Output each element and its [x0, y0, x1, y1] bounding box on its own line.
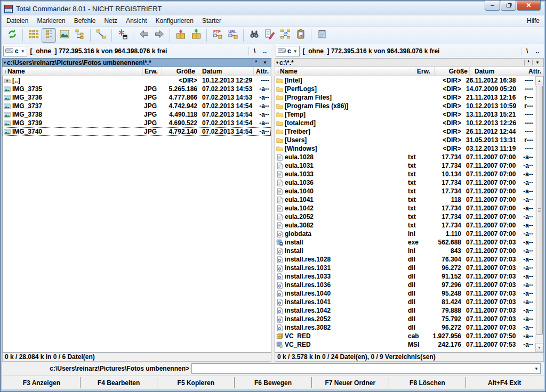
file-row[interactable]: install.res.1040dll95.24807.11.2007 07:0… — [275, 289, 535, 298]
history-button[interactable]: ▼ — [532, 60, 542, 65]
file-row[interactable]: eula.2052txt17.73407.11.2007 07:00-a-- — [275, 213, 535, 221]
toolbar-thumbnails-view-button[interactable] — [57, 28, 71, 43]
history-button[interactable]: ▼ — [260, 60, 270, 65]
root-dir-button[interactable]: \ — [250, 47, 259, 55]
parent-dir-button[interactable]: .. — [532, 47, 543, 55]
file-row[interactable]: eula.1031txt17.73407.11.2007 07:00-a-- — [275, 161, 535, 170]
scroll-up-button[interactable]: ▲ — [535, 76, 543, 85]
command-line-input[interactable] — [192, 364, 533, 373]
file-row[interactable]: installexe562.68807.11.2007 07:03-a-- — [275, 238, 535, 247]
favorites-button[interactable]: * — [252, 60, 260, 66]
column-header-size[interactable]: Größe — [162, 67, 197, 76]
file-row[interactable]: [PerfLogs]<DIR>14.07.2009 05:20---- — [275, 85, 535, 93]
column-header-date[interactable]: Datum — [197, 67, 254, 76]
file-row[interactable]: [Treiber]<DIR>26.11.2012 12:44---- — [275, 127, 535, 136]
titlebar[interactable]: Total Commander 8.01 - NICHT REGISTRIERT… — [2, 2, 544, 15]
file-row[interactable]: eula.1028txt17.73407.11.2007 07:00-a-- — [275, 153, 535, 161]
file-row[interactable]: VC_REDMSI242.17607.11.2007 07:53-a-- — [275, 340, 535, 349]
menu-item-konfigurieren[interactable]: Konfigurieren — [151, 16, 197, 26]
file-row[interactable]: globdataini1.11007.11.2007 07:00-a-- — [275, 230, 535, 238]
menu-item-dateien[interactable]: Dateien — [2, 16, 33, 26]
menu-item-markieren[interactable]: Markieren — [33, 16, 69, 26]
toolbar-tree-view-button[interactable] — [73, 28, 87, 43]
file-row[interactable]: installini84307.11.2007 07:00-a-- — [275, 247, 535, 255]
close-button[interactable]: ✕ — [517, 1, 541, 11]
scroll-down-button[interactable]: ▼ — [535, 343, 543, 352]
toolbar-url-button[interactable]: URL — [226, 28, 240, 43]
file-row[interactable]: [..]<DIR>10.12.2013 12:29---- — [3, 76, 271, 85]
toolbar-refresh-button[interactable] — [5, 28, 19, 43]
toolbar-multi-rename-button[interactable] — [262, 28, 277, 43]
menu-item-netz[interactable]: Netz — [100, 16, 122, 26]
file-row[interactable]: [Program Files (x86)]<DIR>10.12.2013 10:… — [275, 102, 535, 110]
file-row[interactable]: eula.1040txt17.73407.11.2007 07:00-a-- — [275, 187, 535, 195]
file-row[interactable]: [Program Files]<DIR>21.11.2013 12:16r--- — [275, 93, 535, 102]
fkey-button-f4[interactable]: F4 Bearbeiten — [80, 377, 157, 388]
file-row[interactable]: IMG_3736JPG4.777.86607.02.2013 14:53-a-- — [3, 93, 271, 102]
file-row[interactable]: [Users]<DIR>31.05.2013 13:31r--- — [275, 136, 535, 144]
file-row[interactable]: [Intel]<DIR>26.11.2012 16:38---- — [275, 76, 535, 85]
toolbar-unpack-button[interactable] — [189, 28, 203, 43]
vertical-scrollbar[interactable]: ▲▼ — [535, 76, 543, 352]
file-row[interactable]: install.res.1042dll79.88807.11.2007 07:0… — [275, 306, 535, 315]
menu-item-hilfe[interactable]: Hilfe — [523, 16, 544, 26]
file-row[interactable]: eula.1036txt17.73407.11.2007 07:00-a-- — [275, 178, 535, 187]
path-bar[interactable]: ▾c:\*.**▼ — [275, 58, 544, 67]
file-row[interactable]: install.res.1033dll91.15207.11.2007 07:0… — [275, 272, 535, 281]
menu-item-befehle[interactable]: Befehle — [70, 16, 100, 26]
column-header-date[interactable]: Datum — [470, 67, 526, 76]
drive-selector[interactable]: c▼ — [276, 46, 300, 56]
file-row[interactable]: IMG_3739JPG4.690.52207.02.2013 14:54-a-- — [3, 119, 271, 127]
toolbar-full-view-button[interactable] — [42, 28, 56, 43]
column-header-attr[interactable]: Attr. — [526, 67, 543, 76]
fkey-button-f7[interactable]: F7 Neuer Ordner — [311, 377, 389, 388]
file-row[interactable]: IMG_3740JPG4.792.14007.02.2013 14:54-a-- — [3, 127, 271, 136]
toolbar-brief-view-button[interactable] — [26, 28, 41, 43]
toolbar-branch-view-button[interactable] — [94, 28, 108, 43]
restore-button[interactable] — [501, 1, 516, 11]
fkey-button-f3[interactable]: F3 Anzeigen — [3, 377, 80, 388]
scrollbar-thumb[interactable] — [536, 86, 543, 335]
column-header-name[interactable]: ↑Name — [3, 67, 143, 76]
column-header-attr[interactable]: Attr. — [254, 67, 271, 76]
file-row[interactable]: eula.3082txt17.73407.11.2007 07:00-a-- — [275, 221, 535, 230]
toolbar-forward-button[interactable] — [152, 28, 166, 43]
file-row[interactable]: VC_REDcab1.927.95607.11.2007 07:50-a-- — [275, 332, 535, 340]
toolbar-sync-dirs-button[interactable] — [278, 28, 292, 43]
file-row[interactable]: install.res.1041dll81.42407.11.2007 07:0… — [275, 298, 535, 306]
fkey-button-alt-f4[interactable]: Alt+F4 Exit — [465, 377, 543, 388]
path-bar[interactable]: ▾c:\Users\reinarz\Pictures\Fotos umbenen… — [2, 58, 271, 67]
file-row[interactable]: install.res.3082dll96.27207.11.2007 07:0… — [275, 323, 535, 332]
fkey-button-f6[interactable]: F6 Bewegen — [234, 377, 311, 388]
column-header-ext[interactable]: Erw. — [415, 67, 435, 76]
toolbar-ftp-connect-button[interactable]: FTP — [210, 28, 224, 43]
menu-item-ansicht[interactable]: Ansicht — [122, 16, 151, 26]
file-row[interactable]: install.res.1036dll97.29607.11.2007 07:0… — [275, 281, 535, 289]
file-row[interactable]: eula.1041txt11807.11.2007 07:00-a-- — [275, 195, 535, 204]
toolbar-filter-button[interactable] — [115, 28, 130, 43]
toolbar-notepad-button[interactable] — [315, 28, 329, 43]
column-header-size[interactable]: Größe — [435, 67, 470, 76]
file-row[interactable]: [totalcmd]<DIR>10.12.2013 12:26---- — [275, 119, 535, 127]
menu-item-starter[interactable]: Starter — [198, 16, 226, 26]
parent-dir-button[interactable]: .. — [259, 47, 270, 55]
drive-selector[interactable]: c▼ — [3, 46, 27, 56]
minimize-button[interactable]: – — [485, 1, 500, 11]
file-row[interactable]: eula.1042txt17.73407.11.2007 07:00-a-- — [275, 204, 535, 213]
file-row[interactable]: IMG_3738JPG4.490.11807.02.2013 14:54-a-- — [3, 110, 271, 119]
root-dir-button[interactable]: \ — [523, 47, 532, 55]
file-row[interactable]: install.res.1031dll96.27207.11.2007 07:0… — [275, 264, 535, 272]
column-header-ext[interactable]: Erw. — [143, 67, 162, 76]
file-row[interactable]: eula.1033txt10.13407.11.2007 07:00-a-- — [275, 170, 535, 178]
command-history-dropdown-icon[interactable]: ▼ — [533, 366, 540, 371]
file-row[interactable]: [Windows]<DIR>03.12.2013 11:19---- — [275, 144, 535, 153]
favorites-button[interactable]: * — [524, 60, 532, 66]
toolbar-back-button[interactable] — [136, 28, 151, 43]
fkey-button-f8[interactable]: F8 Löschen — [389, 377, 466, 388]
toolbar-pack-button[interactable] — [173, 28, 188, 43]
file-row[interactable]: install.res.2052dll75.79207.11.2007 07:0… — [275, 315, 535, 323]
file-row[interactable]: install.res.1028dll76.30407.11.2007 07:0… — [275, 255, 535, 264]
column-header-name[interactable]: ↑Name — [275, 67, 415, 76]
fkey-button-f5[interactable]: F5 Kopieren — [157, 377, 234, 388]
file-row[interactable]: IMG_3737JPG4.742.94207.02.2013 14:54-a-- — [3, 102, 271, 110]
